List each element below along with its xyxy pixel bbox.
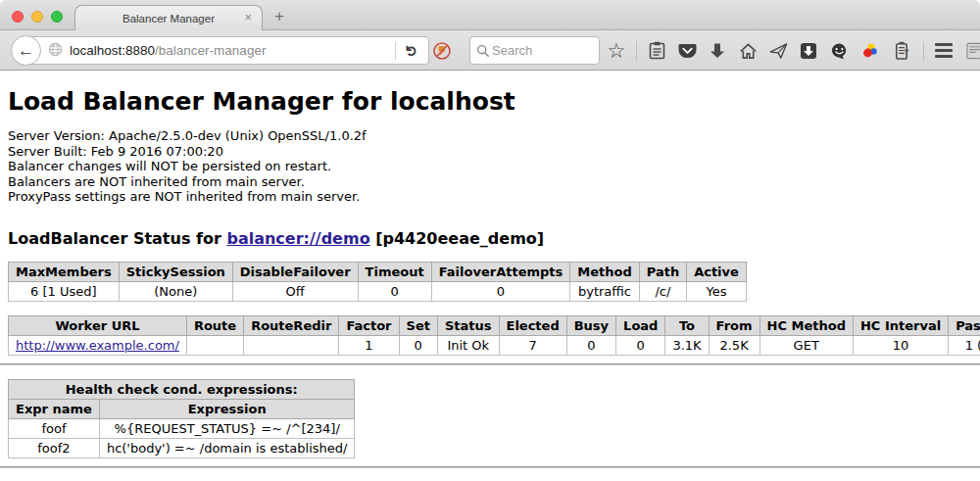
col-from: From bbox=[709, 315, 760, 335]
cell-busy: 0 bbox=[566, 335, 615, 355]
colored-dots-icon[interactable] bbox=[858, 40, 880, 62]
minimize-window-button[interactable] bbox=[31, 11, 43, 23]
cell-maxmembers: 6 [1 Used] bbox=[9, 281, 120, 301]
window-controls bbox=[12, 11, 63, 23]
balancer-demo-link[interactable]: balancer://demo bbox=[226, 229, 369, 248]
worker-table: Worker URL Route RouteRedir Factor Set S… bbox=[8, 315, 980, 356]
cell-elected: 7 bbox=[499, 335, 566, 355]
col-factor: Factor bbox=[339, 315, 399, 335]
url-domain: localhost:8880 bbox=[70, 43, 155, 58]
bookmark-star-icon[interactable]: ☆ bbox=[606, 40, 627, 62]
cell-expression: %{REQUEST_STATUS} =~ /^[234]/ bbox=[99, 418, 355, 438]
cell-timeout: 0 bbox=[358, 281, 431, 301]
col-hc-method: HC Method bbox=[760, 315, 853, 335]
tab-close-icon[interactable]: × bbox=[244, 11, 252, 24]
tab-balancer-manager[interactable]: Balancer Manager × bbox=[74, 5, 263, 31]
cell-method: bytraffic bbox=[570, 281, 639, 301]
download-icon[interactable] bbox=[707, 40, 728, 62]
close-window-button[interactable] bbox=[12, 11, 24, 23]
col-busy: Busy bbox=[566, 315, 615, 335]
bottom-divider bbox=[0, 466, 980, 468]
url-path: /balancer-manager bbox=[155, 43, 266, 58]
inherit-warning-line: Balancers are NOT inherited from main se… bbox=[8, 174, 972, 190]
server-info: Server Version: Apache/2.5.0-dev (Unix) … bbox=[8, 128, 972, 205]
cell-status: Init Ok bbox=[437, 335, 499, 355]
search-icon bbox=[476, 43, 490, 59]
menu-icon[interactable] bbox=[933, 40, 955, 62]
toolbar-icons: ☆ bbox=[606, 30, 980, 71]
col-expr-name: Expr name bbox=[9, 399, 100, 418]
toolbar-separator bbox=[923, 41, 924, 61]
col-active: Active bbox=[687, 262, 747, 281]
col-passes: Passes bbox=[949, 315, 980, 335]
cell-load: 0 bbox=[616, 335, 665, 355]
col-stickysession: StickySession bbox=[119, 262, 232, 281]
cell-disablefailover: Off bbox=[232, 281, 358, 301]
battery-icon[interactable]: ▾ bbox=[889, 40, 914, 62]
col-to: To bbox=[665, 315, 709, 335]
reload-button[interactable]: ↻ bbox=[404, 34, 421, 67]
col-route: Route bbox=[186, 315, 243, 335]
cell-factor: 1 bbox=[339, 335, 399, 355]
flash-blocked-icon[interactable] bbox=[433, 42, 451, 64]
table-row: foof2 hc('body') =~ /domain is establish… bbox=[9, 438, 355, 457]
cell-active: Yes bbox=[687, 281, 747, 301]
col-status: Status bbox=[437, 315, 499, 335]
cell-stickysession: (None) bbox=[119, 281, 232, 301]
chat-smiley-icon[interactable] bbox=[828, 40, 850, 62]
server-version-line: Server Version: Apache/2.5.0-dev (Unix) … bbox=[8, 128, 972, 144]
table-header-row: MaxMembers StickySession DisableFailover… bbox=[9, 262, 747, 281]
search-bar[interactable] bbox=[469, 36, 600, 65]
health-table-title: Health check cond. expressions: bbox=[9, 379, 355, 399]
pocket-icon[interactable] bbox=[676, 40, 698, 62]
col-timeout: Timeout bbox=[358, 262, 431, 281]
col-hc-interval: HC Interval bbox=[853, 315, 948, 335]
cell-set: 0 bbox=[399, 335, 437, 355]
cell-failoverattempts: 0 bbox=[431, 281, 570, 301]
cell-passes: 1 (0) bbox=[949, 335, 980, 355]
new-tab-button[interactable]: + bbox=[274, 8, 284, 24]
table-header-row: Worker URL Route RouteRedir Factor Set S… bbox=[9, 315, 980, 335]
back-button[interactable]: ← bbox=[11, 35, 41, 66]
col-method: Method bbox=[570, 262, 639, 281]
proxypass-warning-line: ProxyPass settings are NOT inherited fro… bbox=[8, 189, 972, 205]
table-row: 6 [1 Used] (None) Off 0 0 bytraffic /c/ … bbox=[9, 281, 747, 301]
page-icon[interactable] bbox=[963, 40, 980, 62]
tab-title: Balancer Manager bbox=[122, 13, 215, 24]
globe-icon bbox=[48, 42, 63, 60]
server-built-line: Server Built: Feb 9 2016 07:00:20 bbox=[8, 144, 972, 160]
video-download-icon[interactable] bbox=[798, 40, 819, 62]
col-load: Load bbox=[616, 315, 665, 335]
back-icon: ← bbox=[18, 41, 34, 61]
tab-strip: Balancer Manager × + bbox=[0, 0, 980, 30]
page-content: Load Balancer Manager for localhost Serv… bbox=[0, 71, 980, 479]
home-icon[interactable] bbox=[737, 40, 759, 62]
col-elected: Elected bbox=[499, 315, 566, 335]
col-disablefailover: DisableFailover bbox=[232, 262, 358, 281]
toolbar-separator bbox=[636, 41, 637, 61]
balancer-heading-prefix: LoadBalancer Status for bbox=[8, 229, 226, 248]
browser-window: Balancer Manager × + ← localhost:8880/ba… bbox=[0, 0, 980, 481]
cell-expr-name: foof bbox=[9, 418, 100, 438]
search-input[interactable] bbox=[490, 42, 593, 59]
balancer-summary-table: MaxMembers StickySession DisableFailover… bbox=[8, 262, 747, 302]
cell-from: 2.5K bbox=[709, 335, 760, 355]
worker-url-link[interactable]: http://www.example.com/ bbox=[16, 338, 179, 353]
url-bar[interactable]: localhost:8880/balancer-manager ↻ bbox=[25, 36, 429, 65]
clipboard-icon[interactable] bbox=[646, 40, 667, 62]
col-failoverattempts: FailoverAttempts bbox=[431, 262, 570, 281]
cell-route bbox=[186, 335, 243, 355]
cell-expr-name: foof2 bbox=[9, 438, 100, 457]
cell-routeredir bbox=[244, 335, 339, 355]
col-path: Path bbox=[639, 262, 686, 281]
col-set: Set bbox=[399, 315, 437, 335]
send-icon[interactable] bbox=[767, 40, 789, 62]
balancer-status-heading: LoadBalancer Status for balancer://demo … bbox=[8, 229, 972, 248]
cell-expression: hc('body') =~ /domain is established/ bbox=[99, 438, 355, 457]
zoom-window-button[interactable] bbox=[51, 11, 63, 23]
table-row: http://www.example.com/ 1 0 Init Ok 7 0 … bbox=[9, 335, 980, 355]
battery-caret-icon: ▾ bbox=[905, 46, 909, 56]
cell-path: /c/ bbox=[639, 281, 686, 301]
cell-to: 3.1K bbox=[665, 335, 709, 355]
col-worker-url: Worker URL bbox=[9, 315, 187, 335]
